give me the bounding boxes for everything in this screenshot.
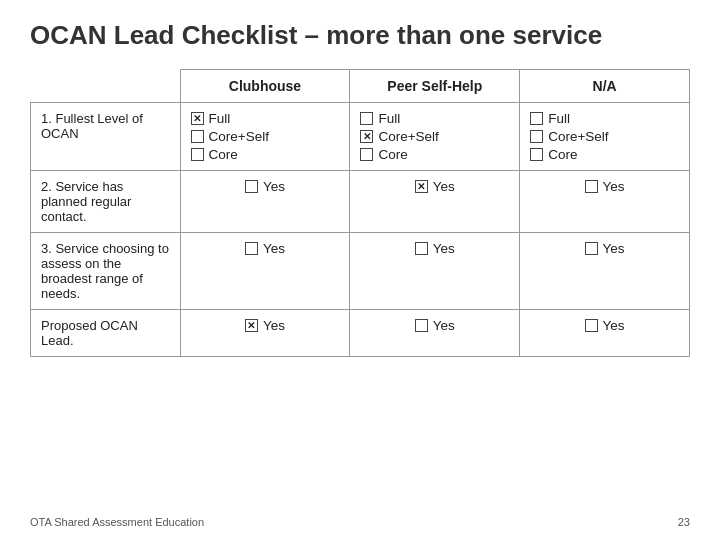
checkbox-label: Yes: [433, 241, 455, 256]
checkbox-icon: [415, 180, 428, 193]
checkbox-icon: [191, 112, 204, 125]
page-number: 23: [678, 516, 690, 528]
row-0-col-0: FullCore+SelfCore: [180, 103, 350, 171]
checkbox-icon: [360, 148, 373, 161]
checkbox-icon: [191, 130, 204, 143]
checkbox-icon: [245, 180, 258, 193]
row-1-label: 2. Service has planned regular contact.: [31, 171, 181, 233]
checkbox-label: Yes: [263, 318, 285, 333]
table-header-row: Clubhouse Peer Self-Help N/A: [31, 70, 690, 103]
checkbox-label: Full: [548, 111, 570, 126]
checkbox-icon: [530, 112, 543, 125]
checkbox-icon: [530, 148, 543, 161]
checkbox-icon: [585, 180, 598, 193]
checkbox-icon: [585, 319, 598, 332]
checkbox-label: Full: [209, 111, 231, 126]
checkbox-label: Yes: [263, 241, 285, 256]
page-title: OCAN Lead Checklist – more than one serv…: [30, 20, 690, 51]
col-header-na: N/A: [520, 70, 690, 103]
checkbox-label: Yes: [603, 179, 625, 194]
checkbox-icon: [415, 242, 428, 255]
row-2-col-0: Yes: [180, 233, 350, 310]
col-header-empty: [31, 70, 181, 103]
row-3-label: Proposed OCAN Lead.: [31, 310, 181, 357]
row-2-col-2: Yes: [520, 233, 690, 310]
row-3-col-2: Yes: [520, 310, 690, 357]
col-header-clubhouse: Clubhouse: [180, 70, 350, 103]
checklist-table: Clubhouse Peer Self-Help N/A 1. Fullest …: [30, 69, 690, 357]
checkbox-icon: [360, 130, 373, 143]
row-1-col-2: Yes: [520, 171, 690, 233]
table-row: 1. Fullest Level of OCANFullCore+SelfCor…: [31, 103, 690, 171]
checkbox-label: Core+Self: [209, 129, 269, 144]
checkbox-label: Core: [548, 147, 577, 162]
row-0-col-2: FullCore+SelfCore: [520, 103, 690, 171]
row-1-col-0: Yes: [180, 171, 350, 233]
checkbox-icon: [191, 148, 204, 161]
checkbox-label: Yes: [263, 179, 285, 194]
checkbox-icon: [585, 242, 598, 255]
col-header-peer-self-help: Peer Self-Help: [350, 70, 520, 103]
row-2-col-1: Yes: [350, 233, 520, 310]
table-row: 2. Service has planned regular contact.Y…: [31, 171, 690, 233]
footer-text: OTA Shared Assessment Education: [30, 516, 204, 528]
checkbox-icon: [530, 130, 543, 143]
checkbox-label: Core: [378, 147, 407, 162]
row-3-col-0: Yes: [180, 310, 350, 357]
checkbox-label: Full: [378, 111, 400, 126]
checkbox-label: Core+Self: [548, 129, 608, 144]
checkbox-label: Yes: [433, 318, 455, 333]
checkbox-icon: [245, 319, 258, 332]
checkbox-icon: [415, 319, 428, 332]
checkbox-label: Yes: [603, 318, 625, 333]
row-0-col-1: FullCore+SelfCore: [350, 103, 520, 171]
row-2-label: 3. Service choosing to assess on the bro…: [31, 233, 181, 310]
checkbox-label: Core+Self: [378, 129, 438, 144]
checkbox-icon: [245, 242, 258, 255]
table-row: Proposed OCAN Lead.YesYesYes: [31, 310, 690, 357]
table-row: 3. Service choosing to assess on the bro…: [31, 233, 690, 310]
row-3-col-1: Yes: [350, 310, 520, 357]
row-1-col-1: Yes: [350, 171, 520, 233]
checkbox-icon: [360, 112, 373, 125]
row-0-label: 1. Fullest Level of OCAN: [31, 103, 181, 171]
checkbox-label: Yes: [603, 241, 625, 256]
checkbox-label: Yes: [433, 179, 455, 194]
checkbox-label: Core: [209, 147, 238, 162]
